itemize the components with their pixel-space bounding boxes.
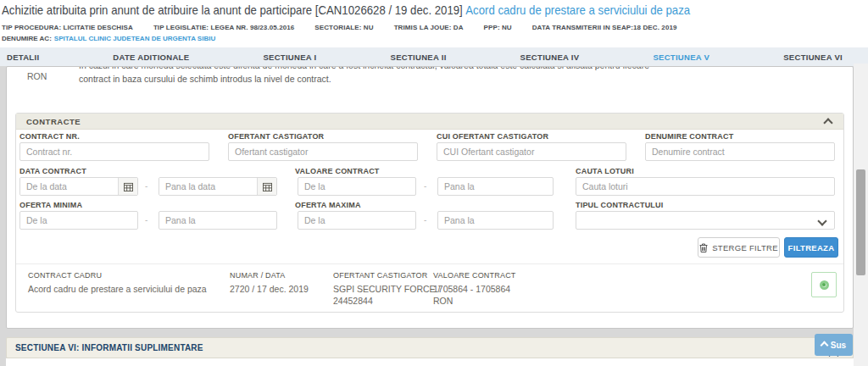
range-separator: - <box>424 181 426 191</box>
denumire-ac-link[interactable]: SPITALUL CLINIC JUDETEAN DE URGENTA SIBI… <box>54 35 215 42</box>
meta-tip-procedura: TIP PROCEDURA: LICITATIE DESCHISA <box>2 24 133 31</box>
contract-nr-input[interactable] <box>19 142 209 161</box>
contract-nr-label: CONTRACT NR. <box>19 132 80 141</box>
notice-title-link[interactable]: Acord cadru de prestare a serviciului de… <box>465 3 690 17</box>
valoare-result-label: VALOARE CONTRACT <box>433 271 516 280</box>
cauta-loturi-input[interactable] <box>576 177 835 196</box>
cui-ofertant-label: CUI OFERTANT CASTIGATOR <box>437 132 548 141</box>
tab-date-aditionale[interactable]: DATE ADITIONALE <box>113 53 189 62</box>
denumire-ac-label: DENUMIRE AC: <box>2 35 52 42</box>
scrollbar-thumb[interactable] <box>856 169 865 275</box>
vertical-scrollbar[interactable] <box>854 64 868 366</box>
calendar-icon[interactable] <box>118 178 137 195</box>
tab-sectiunea-ii[interactable]: SECTIUNEA II <box>391 53 447 62</box>
valoare-result-line1: 1705864 - 1705864 <box>433 284 510 294</box>
ofertant-result-line2: 24452844 <box>333 296 373 306</box>
page-title-text: Achizitie atribuita prin anunt de atribu… <box>2 3 463 17</box>
tipul-contractului-label: TIPUL CONTRACTULUI <box>576 201 663 209</box>
view-contract-button[interactable] <box>811 272 837 297</box>
oferta-minima-to-input[interactable] <box>159 211 277 230</box>
tab-detalii[interactable]: DETALII <box>7 53 39 62</box>
filtreaza-button[interactable]: FILTREAZA <box>784 237 838 258</box>
ofertant-castigator-input[interactable] <box>228 142 418 161</box>
valoare-contract-from-input[interactable] <box>298 177 416 196</box>
cui-ofertant-input[interactable] <box>437 142 626 161</box>
contracte-panel: CONTRACTE CONTRACT NR. OFERTANT CASTIGAT… <box>15 113 844 313</box>
oferta-minima-label: OFERTA MINIMA <box>19 201 82 209</box>
data-contract-to-field <box>159 177 277 196</box>
data-contract-label: DATA CONTRACT <box>19 167 86 175</box>
numar-data-value: 2720 / 17 dec. 2019 <box>230 283 309 295</box>
tab-sectiunea-vi[interactable]: SECTIUNEA VI <box>783 53 843 62</box>
page-title: Achizitie atribuita prin anunt de atribu… <box>2 3 690 17</box>
calendar-icon[interactable] <box>257 178 276 195</box>
exchange-rate-note: contract in baza cursului de schimb intr… <box>79 74 331 84</box>
tab-sectiunea-i[interactable]: SECTIUNEA I <box>263 53 316 62</box>
range-separator: - <box>145 215 147 225</box>
data-contract-from-field <box>19 177 138 196</box>
sterge-filtre-button[interactable]: STERGE FILTRE <box>698 237 780 258</box>
trash-icon <box>699 243 708 252</box>
chevron-up-icon <box>823 118 832 127</box>
contracte-title: CONTRACTE <box>26 117 81 126</box>
oferta-maxima-to-input[interactable] <box>437 211 554 230</box>
next-panel-top <box>6 358 854 366</box>
sterge-filtre-label: STERGE FILTRE <box>712 243 778 252</box>
contract-cadru-value: Acord cadru de prestare a serviciului de… <box>28 283 207 295</box>
tipul-contractului-select[interactable] <box>576 211 835 230</box>
clipped-text-line: In cazul in care moneda selectata este d… <box>79 66 649 70</box>
section-tabbar: DETALII DATE ADITIONALE SECTIUNEA I SECT… <box>0 47 868 66</box>
scroll-to-top-button[interactable]: Sus <box>815 334 853 356</box>
currency-value: RON <box>27 71 47 81</box>
record-dot-icon <box>820 280 829 290</box>
filtreaza-label: FILTREAZA <box>788 243 835 252</box>
results-divider <box>16 263 843 264</box>
data-contract-to-input[interactable] <box>159 178 257 195</box>
collapse-button[interactable] <box>825 119 832 128</box>
ofertant-result-value: SGPI SECURITY FORCE /24452844 <box>333 283 440 307</box>
procedure-meta-row: TIP PROCEDURA: LICITATIE DESCHISA TIP LE… <box>2 24 677 31</box>
valoare-result-line2: RON <box>433 296 453 306</box>
cauta-loturi-label: CAUTA LOTURI <box>576 167 634 175</box>
ofertant-castigator-label: OFERTANT CASTIGATOR <box>228 132 324 141</box>
valoare-result-value: 1705864 - 1705864RON <box>433 283 510 307</box>
contract-cadru-label: CONTRACT CADRU <box>28 271 102 280</box>
valoare-contract-label: VALOARE CONTRACT <box>295 167 380 175</box>
contracte-panel-header: CONTRACTE <box>16 114 843 130</box>
data-contract-from-input[interactable] <box>20 178 118 195</box>
meta-sectoriale: SECTORIALE: NU <box>314 24 373 31</box>
meta-ppp: PPP: NU <box>484 24 512 31</box>
meta-trimis-la-joue: TRIMIS LA JOUE: DA <box>394 24 464 31</box>
meta-tip-legislatie: TIP LEGISLATIE: LEGEA NR. 98/23.05.2016 <box>153 24 294 31</box>
ofertant-result-line1: SGPI SECURITY FORCE / <box>333 284 440 294</box>
valoare-contract-to-input[interactable] <box>437 177 554 196</box>
chevron-up-icon <box>820 341 828 349</box>
tab-sectiunea-v[interactable]: SECTIUNEA V <box>653 53 709 62</box>
numar-data-label: NUMAR / DATA <box>230 271 286 280</box>
sectiunea-vi-title: SECTIUNEA VI: INFORMATII SUPLIMENTARE <box>15 343 203 352</box>
sus-label: Sus <box>831 341 846 350</box>
denumire-contract-input[interactable] <box>645 142 835 161</box>
denumire-ac-row: DENUMIRE AC:SPITALUL CLINIC JUDETEAN DE … <box>2 35 215 42</box>
sectiunea-v-panel: In cazul in care moneda selectata este d… <box>6 66 854 329</box>
range-separator: - <box>424 215 426 225</box>
meta-data-transmiterii: DATA TRANSMITERII IN SEAP:18 DEC. 2019 <box>532 24 677 31</box>
page-header: Achizitie atribuita prin anunt de atribu… <box>0 0 868 47</box>
range-separator: - <box>145 181 147 191</box>
tab-sectiunea-iv[interactable]: SECTIUNEA IV <box>520 53 580 62</box>
ofertant-result-label: OFERTANT CASTIGATOR <box>333 271 427 280</box>
oferta-maxima-label: OFERTA MAXIMA <box>295 201 361 209</box>
sectiunea-vi-header[interactable]: SECTIUNEA VI: INFORMATII SUPLIMENTARE <box>6 337 854 358</box>
oferta-minima-from-input[interactable] <box>19 211 138 230</box>
chevron-down-icon <box>817 216 826 225</box>
denumire-contract-label: DENUMIRE CONTRACT <box>645 132 733 141</box>
oferta-maxima-from-input[interactable] <box>298 211 416 230</box>
